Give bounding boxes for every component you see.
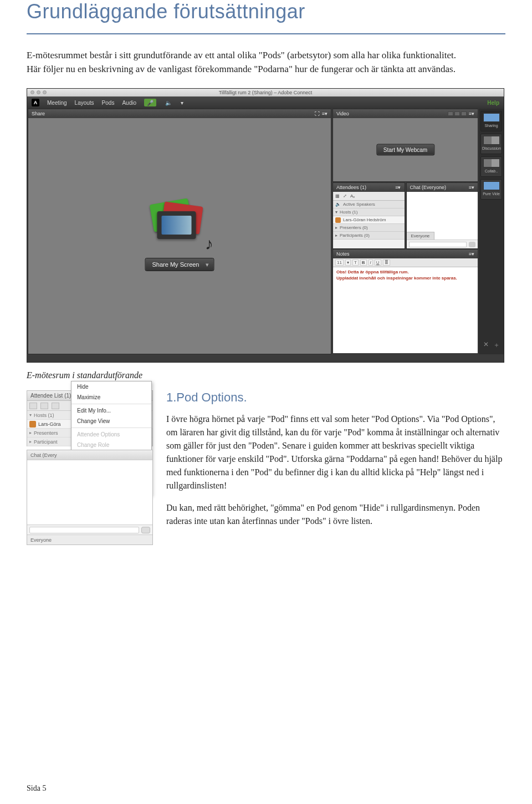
- text-icon[interactable]: [52, 403, 59, 409]
- host-icon: [29, 421, 36, 428]
- active-speakers-row: 🔈Active Speakers: [333, 201, 405, 208]
- share-pod-header: Share ⛶ ≡▾: [28, 109, 331, 118]
- attendee-list-title: Attendee List (1): [30, 393, 71, 399]
- notes-toolbar: 11▾ T B I U ≣: [333, 258, 478, 267]
- underline-icon[interactable]: U: [375, 259, 381, 266]
- fullscreen-icon[interactable]: ⛶: [315, 111, 320, 116]
- host-icon: [335, 217, 341, 223]
- text-icon[interactable]: Aₐ: [350, 194, 355, 199]
- adobe-connect-screenshot: Tillfälligt rum 2 (Sharing) – Adobe Conn…: [27, 88, 504, 363]
- pod-options-icon[interactable]: ≡▾: [322, 111, 328, 116]
- layout-purevideo[interactable]: Pure Vide: [480, 179, 502, 200]
- page-number: Sida 5: [27, 784, 46, 793]
- video-pod-title: Video: [336, 111, 349, 116]
- intro-paragraph: E-mötesrummet består i sitt grundutföran…: [27, 49, 459, 76]
- notes-title: Notes: [336, 251, 350, 257]
- close-layout-icon[interactable]: ✕: [483, 340, 489, 350]
- share-screen-button[interactable]: Share My Screen: [145, 258, 214, 271]
- chat-send-icon[interactable]: [469, 242, 475, 247]
- menu-item-attendee-options: Attendee Options: [71, 429, 151, 440]
- microphone-icon[interactable]: 🎤: [144, 99, 156, 106]
- notes-content[interactable]: Obs! Detta är öppna tillfälliga rum. Upp…: [333, 267, 478, 283]
- video-pod: Video ≡▾ Start My Webcam: [332, 109, 478, 182]
- speaker-icon[interactable]: 🔈: [164, 99, 173, 106]
- layout-collab[interactable]: Collab..: [480, 156, 502, 177]
- status-icon[interactable]: ▾: [181, 100, 183, 106]
- presenters-section[interactable]: ▸Presenters (0): [333, 224, 405, 232]
- font-size-icon[interactable]: 11: [335, 259, 344, 266]
- attendees-toolbar: ▦ ⤢ Aₐ: [333, 192, 405, 201]
- close-dot-icon: [30, 90, 34, 94]
- layout-rail: Sharing Discussion Collab.. Pure Vide ✕ …: [479, 109, 504, 354]
- pod-options-icon[interactable]: ≡▾: [469, 111, 474, 116]
- figure-caption: E-mötesrum i standardutförande: [27, 370, 505, 380]
- menu-pods[interactable]: Pods: [102, 100, 115, 106]
- menu-item-change-role: Change Role: [71, 440, 151, 450]
- section-heading: 1.Pod Options.: [166, 390, 505, 405]
- page-title: Grundläggande förutsättningar: [27, 0, 505, 23]
- notes-pod: Notes ≡▾ 11▾ T B I U ≣ Obs! Detta är öpp…: [332, 249, 478, 354]
- chat-text-input[interactable]: [409, 242, 467, 247]
- participants-section[interactable]: ▸Participants (0): [333, 232, 405, 240]
- bullets-icon[interactable]: ≣: [383, 259, 390, 266]
- menu-item-hide[interactable]: Hide: [71, 381, 151, 392]
- chat-title: Chat (Everyone): [410, 185, 447, 190]
- expand-icon[interactable]: ⤢: [343, 194, 347, 199]
- pod-options-menu-screenshot: Attendee List (1) ≡▾ ▾Hosts (1) Lars-Gör…: [27, 390, 153, 545]
- menu-separator: [71, 428, 151, 428]
- start-webcam-button[interactable]: Start My Webcam: [376, 144, 434, 156]
- chat-send-icon[interactable]: [141, 527, 150, 533]
- title-rule: [27, 33, 505, 34]
- adobe-logo-icon: A: [32, 99, 39, 106]
- grid-icon[interactable]: [29, 403, 37, 409]
- font-color-icon[interactable]: T: [352, 259, 359, 266]
- chat-text-input[interactable]: [29, 527, 139, 533]
- chat-title: Chat (Every: [30, 452, 57, 458]
- pod-options-icon[interactable]: ≡▾: [469, 185, 474, 190]
- traffic-lights: [30, 90, 47, 94]
- section-paragraph-2: Du kan, med rätt behörighet, "gömma" en …: [166, 501, 505, 528]
- bold-icon[interactable]: B: [360, 259, 367, 266]
- chat-tab-everyone[interactable]: Everyone: [407, 232, 435, 240]
- menu-item-change-view[interactable]: Change View: [71, 416, 151, 426]
- pod-options-icon[interactable]: ≡▾: [395, 185, 401, 190]
- menu-layouts[interactable]: Layouts: [75, 100, 94, 106]
- view-icon[interactable]: ▦: [335, 194, 340, 199]
- share-media-icon: ♪: [149, 201, 210, 251]
- chat-tab-everyone[interactable]: Everyone: [27, 535, 152, 545]
- share-pod: Share ⛶ ≡▾ ♪ Share My Screen: [28, 109, 331, 354]
- expand-icon[interactable]: [40, 403, 48, 409]
- video-layout-icons[interactable]: [448, 111, 467, 116]
- attendees-pod: Attendees (1) ≡▾ ▦ ⤢ Aₐ 🔈Active Speakers…: [332, 182, 405, 249]
- menu-meeting[interactable]: Meeting: [47, 100, 67, 106]
- chat-pod: Chat (Everyone) ≡▾ Everyone: [406, 182, 479, 249]
- attendees-title: Attendees (1): [336, 185, 366, 190]
- menubar: A Meeting Layouts Pods Audio 🎤 🔈 ▾ Help: [27, 96, 504, 109]
- section-paragraph-1: I övre högra hörnet på varje "Pod" finns…: [166, 413, 505, 492]
- chat-input-row: [407, 240, 478, 248]
- minimize-dot-icon: [37, 90, 40, 94]
- window-title: Tillfälligt rum 2 (Sharing) – Adobe Conn…: [219, 90, 313, 95]
- mac-titlebar: Tillfälligt rum 2 (Sharing) – Adobe Conn…: [27, 89, 504, 96]
- attendee-row[interactable]: Lars-Göran Hedström: [333, 216, 405, 224]
- add-layout-icon[interactable]: ＋: [493, 340, 500, 350]
- menu-help[interactable]: Help: [487, 100, 499, 106]
- layout-sharing[interactable]: Sharing: [480, 111, 502, 131]
- zoom-dot-icon: [43, 90, 47, 94]
- layout-discussion[interactable]: Discussion: [480, 134, 502, 154]
- pod-options-icon[interactable]: ≡▾: [469, 251, 474, 257]
- menu-item-maximize[interactable]: Maximize: [71, 392, 151, 403]
- menu-audio[interactable]: Audio: [122, 100, 136, 106]
- hosts-section[interactable]: ▾Hosts (1): [333, 208, 405, 216]
- menu-separator: [71, 404, 151, 404]
- chat-panel-small: Chat (Every Everyone: [27, 450, 153, 545]
- menu-item-edit-my-info[interactable]: Edit My Info...: [71, 405, 151, 416]
- italic-icon[interactable]: I: [369, 259, 373, 266]
- share-pod-title: Share: [32, 111, 45, 116]
